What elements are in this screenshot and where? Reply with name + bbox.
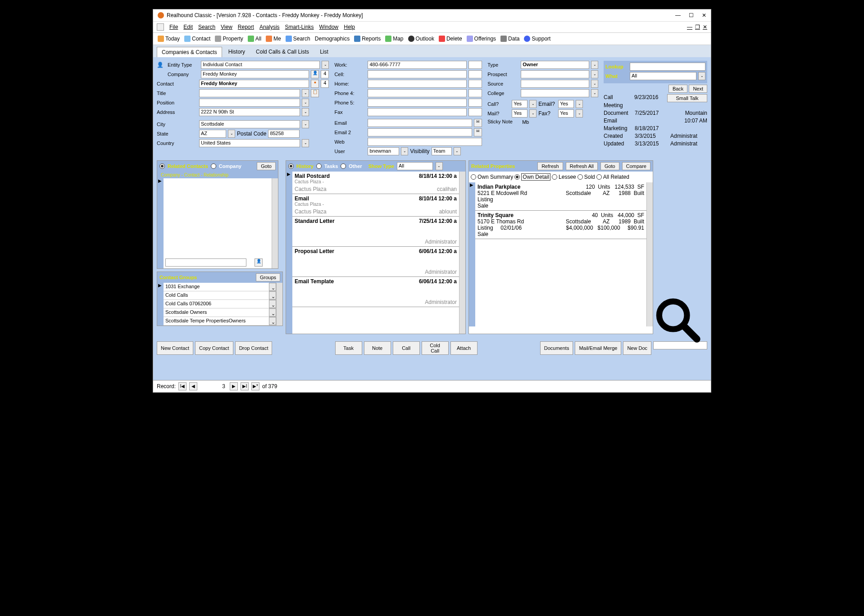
tb-demographics[interactable]: Demographics (313, 35, 351, 43)
cg-scrollbar[interactable] (276, 283, 282, 326)
nav-next[interactable]: ▶ (230, 382, 238, 390)
what-field[interactable]: All (630, 72, 696, 80)
nav-new[interactable]: ▶* (251, 382, 259, 390)
contact-field[interactable]: Freddy Monkey (199, 80, 309, 88)
menu-edit[interactable]: Edit (183, 24, 193, 30)
new-contact-button[interactable]: New Contact (157, 341, 193, 355)
nav-prev[interactable]: ◀ (189, 382, 197, 390)
mdi-close[interactable]: ✕ (703, 24, 707, 30)
group-row[interactable]: Scottsdale Owners⌄ (164, 308, 276, 317)
user-dropdown[interactable]: ⌄ (401, 147, 408, 155)
back-button[interactable]: Back (668, 85, 687, 93)
hp-show-field[interactable]: All (397, 162, 433, 170)
company-person-icon[interactable]: 👤 (311, 70, 319, 78)
group-row[interactable]: Cold Calls⌄ (164, 291, 276, 300)
cg-groups-button[interactable]: Groups (256, 273, 280, 281)
what-dropdown[interactable]: ⌄ (698, 72, 705, 80)
rp-radio-lessee[interactable] (552, 174, 557, 180)
rc-radio[interactable] (159, 163, 165, 169)
work-ext[interactable] (468, 61, 482, 69)
hp-other-radio[interactable] (341, 163, 346, 169)
copy-contact-button[interactable]: Copy Contact (195, 341, 233, 355)
group-row[interactable]: Cold Calls 07062006⌄ (164, 300, 276, 308)
nav-first[interactable]: I◀ (178, 382, 186, 390)
tb-support[interactable]: Support (522, 35, 552, 43)
rp-radio-detail[interactable] (514, 174, 520, 180)
mail-q-field[interactable]: Yes (512, 109, 527, 118)
maximize-button[interactable]: ☐ (689, 12, 694, 18)
title-field[interactable] (199, 89, 300, 97)
group-dropdown[interactable]: ⌄ (269, 308, 276, 317)
history-item[interactable]: Proposal Letter6/06/14 12:00 aAdministra… (292, 247, 459, 277)
coldcall-button[interactable]: Cold Call (422, 341, 449, 355)
tb-search[interactable]: Search (284, 35, 312, 43)
menu-window[interactable]: Window (319, 24, 339, 30)
state-dropdown[interactable]: ⌄ (228, 130, 235, 138)
address-dropdown[interactable]: ⌄ (302, 108, 309, 116)
property-item[interactable]: Trinity Square40 Units 44,000 SF5170 E T… (475, 211, 646, 239)
menu-report[interactable]: Report (238, 24, 254, 30)
note-button[interactable]: Note (364, 341, 391, 355)
tab-list[interactable]: List (315, 47, 333, 57)
tb-contact[interactable]: Contact (182, 35, 212, 43)
city-dropdown[interactable]: ⌄ (302, 120, 309, 128)
lookup-field[interactable] (630, 63, 705, 71)
tab-history[interactable]: History (224, 47, 250, 57)
entity-type-dropdown[interactable]: ⌄ (322, 61, 329, 69)
email2-icon[interactable]: ✉ (474, 128, 482, 136)
address-field[interactable]: 2222 N 90th St (199, 108, 300, 116)
email-q-field[interactable]: Yes (558, 100, 574, 108)
sticky-field[interactable]: Mb (521, 119, 598, 144)
mdi-minimize[interactable]: — (687, 24, 692, 30)
fax-q-field[interactable]: Yes (558, 109, 574, 118)
rp-compare[interactable]: Compare (622, 162, 650, 170)
title-dropdown[interactable]: ⌄ (302, 89, 309, 97)
task-button[interactable]: Task (335, 341, 362, 355)
mailmerge-button[interactable]: Mail/Email Merge (575, 341, 621, 355)
user-field[interactable]: bnewman (368, 147, 399, 155)
tb-property[interactable]: Property (213, 35, 245, 43)
group-dropdown[interactable]: ⌄ (269, 291, 276, 299)
history-item[interactable]: Email8/10/14 12:00 aCactus Plaza -Cactus… (292, 194, 459, 217)
group-row[interactable]: 1031 Exchange⌄ (164, 283, 276, 291)
fax-field[interactable] (368, 108, 467, 116)
next-button[interactable]: Next (689, 85, 707, 93)
minimize-button[interactable]: — (675, 12, 681, 18)
menu-file[interactable]: File (169, 24, 178, 30)
country-dropdown[interactable]: ⌄ (302, 139, 309, 147)
p5-field[interactable] (368, 99, 467, 107)
position-field[interactable] (199, 99, 300, 107)
drop-contact-button[interactable]: Drop Contact (235, 341, 273, 355)
work-field[interactable]: 480-666-7777 (368, 61, 467, 69)
group-row[interactable]: Scottsdale Tempe PropertiesOwners⌄ (164, 317, 276, 326)
home-field[interactable] (368, 80, 467, 88)
rc-company-radio[interactable] (211, 163, 216, 169)
rp-refresh[interactable]: Refresh (537, 162, 563, 170)
call-button[interactable]: Call (393, 341, 420, 355)
newdoc-button[interactable]: New Doc (623, 341, 651, 355)
history-item[interactable]: Mail Postcard8/18/14 12:00 aCactus Plaza… (292, 172, 459, 194)
prospect-field[interactable] (521, 70, 589, 78)
property-item[interactable]: Indian Parkplace120 Units 124,533 SF5221… (475, 182, 646, 211)
hp-history-radio[interactable] (288, 163, 294, 169)
contact-status-icon[interactable]: ● (311, 80, 319, 88)
email-icon[interactable]: ✉ (474, 119, 482, 127)
tb-me[interactable]: Me (264, 35, 283, 43)
company-field[interactable]: Freddy Monkey (201, 70, 309, 78)
rp-radio-summary[interactable] (471, 174, 476, 180)
tb-outlook[interactable]: Outlook (406, 35, 436, 43)
hp-show-dropdown[interactable]: ⌄ (436, 162, 443, 170)
rc-scrollbar[interactable] (272, 178, 278, 268)
attach-button[interactable]: Attach (450, 341, 477, 355)
tb-delete[interactable]: Delete (437, 35, 464, 43)
hp-scrollbar[interactable] (459, 172, 465, 334)
tb-data[interactable]: Data (499, 35, 521, 43)
source-dropdown[interactable]: ⌄ (591, 80, 598, 88)
postal-field[interactable]: 85258 (268, 130, 300, 138)
close-button[interactable]: ✕ (702, 12, 706, 18)
cell-field[interactable] (368, 70, 467, 78)
tb-offerings[interactable]: Offerings (465, 35, 498, 43)
type-dropdown[interactable]: ⌄ (591, 61, 598, 69)
menu-view[interactable]: View (221, 24, 232, 30)
visibility-dropdown[interactable]: ⌄ (454, 147, 461, 155)
